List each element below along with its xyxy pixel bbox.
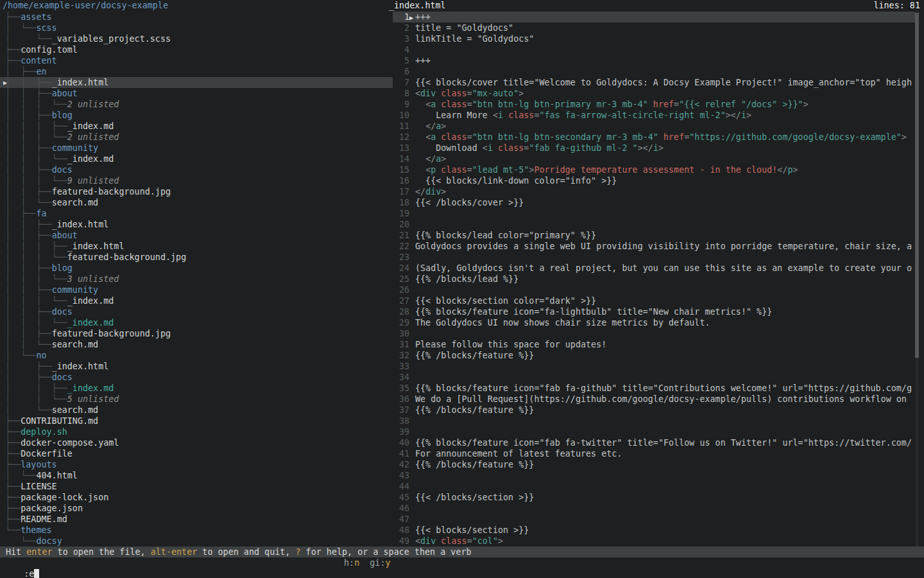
tree-row-file[interactable]: │ │ │ └──_index.md [0,153,393,164]
preview-code-line[interactable]: 5 +++ [393,55,915,66]
tree-row-directory[interactable]: │ └──no [0,350,393,361]
preview-code-line[interactable]: 8 <div class="mx-auto"> [393,88,915,99]
tree-row-directory[interactable]: │ ├──docs [0,372,393,383]
preview-code-line[interactable]: 32 {{% /blocks/feature %}} [393,350,915,361]
tree-row-directory[interactable]: ├──content [0,55,393,66]
preview-code-line[interactable]: 23 [393,252,915,263]
tree-row-file[interactable]: │ └──_variables_project.scss [0,33,393,44]
preview-code-line[interactable]: 19 [393,208,915,219]
tree-row-file[interactable]: │ │ ├──_index.html [0,219,393,230]
preview-code-line[interactable]: 38 [393,416,915,426]
preview-code-line[interactable]: 16 {{< blocks/link-down color="info" >}} [393,175,915,186]
tree-row-file[interactable]: ▶ │ │ ├──_index.html [0,77,393,88]
tree-row-directory[interactable]: └──docsy [0,536,393,547]
tree-row-file[interactable]: │ │ │ └──_index.md [0,317,393,328]
preview-code-line[interactable]: 29 The Goldydocs UI now shows chair size… [393,317,915,328]
preview-code-line[interactable]: 42 {{% /blocks/feature %}} [393,459,915,470]
tree-row-directory[interactable]: │ └──scss [0,22,393,33]
preview-code-line[interactable]: 6 [393,66,915,77]
tree-row-file[interactable]: │ │ │ ├──_index.md [0,121,393,132]
tree-row-file[interactable]: ├──LICENSE [0,481,393,492]
tree-row-file[interactable]: │ │ ├──featured-background.jpg [0,328,393,339]
command-input-line[interactable]: :e h:n gi:y [0,557,924,568]
preview-code-line[interactable]: 21 {{% blocks/lead color="primary" %}} [393,230,915,241]
preview-code-line[interactable]: 45 {{< /blocks/section >}} [393,492,915,503]
tree-row-directory[interactable]: │ ├──fa [0,208,393,219]
tree-row-file[interactable]: ├──config.toml [0,44,393,55]
preview-code-line[interactable]: 7 {{< blocks/cover title="Welcome to Gol… [393,77,915,88]
tree-row-directory[interactable]: │ │ ├──about [0,88,393,99]
preview-code-line[interactable]: 10 Learn More <i class="fas fa-arrow-alt… [393,110,915,121]
tree-row-file[interactable]: │ ├──_index.html [0,361,393,372]
tree-row-file[interactable]: ├──CONTRIBUTING.md [0,416,393,426]
tree-row-directory[interactable]: └──themes [0,525,393,536]
preview-code-line[interactable]: 30 [393,328,915,339]
tree-row-file[interactable]: ├──README.md [0,514,393,525]
preview-code-line[interactable]: 26 [393,285,915,295]
preview-scrollbar-thumb[interactable] [915,13,919,358]
tree-row-directory[interactable]: │ │ ├──about [0,230,393,241]
tree-row-file[interactable]: ├──docker-compose.yaml [0,437,393,448]
preview-code-line[interactable]: 40 {{% blocks/feature icon="fab fa-twitt… [393,437,915,448]
preview-code-line[interactable]: 28 {{% blocks/feature icon="fa-lightbulb… [393,306,915,317]
tree-row-directory[interactable]: │ │ ├──docs [0,306,393,317]
preview-code-line[interactable]: 27 {{< blocks/section color="dark" >}} [393,295,915,306]
preview-code-line[interactable]: 17 </div> [393,186,915,197]
tree-row-directory[interactable]: │ │ ├──community [0,143,393,153]
tree-row-file[interactable]: │ └──404.html [0,470,393,481]
preview-code-line[interactable]: 11 </a> [393,121,915,132]
tree-row-directory[interactable]: ├──layouts [0,459,393,470]
preview-code-line[interactable]: 9 <a class="btn btn-lg btn-primary mr-3 … [393,99,915,110]
preview-code-line[interactable]: 2 title = "Goldydocs" [393,22,915,33]
preview-code-line[interactable]: 18 {{< /blocks/cover >}} [393,197,915,208]
tree-row-directory[interactable]: │ │ ├──blog [0,110,393,121]
tree-row-file[interactable]: │ │ └──5 unlisted [0,394,393,405]
tree-row-file[interactable]: │ │ │ └──_index.md [0,295,393,306]
tree-row-directory[interactable]: │ ├──en [0,66,393,77]
tree-row-file[interactable]: │ │ │ └──featured-background.jpg [0,252,393,263]
preview-code-line[interactable]: 3 linkTitle = "Goldydocs" [393,33,915,44]
preview-code-line[interactable]: 22 Goldydocs provides a single web UI pr… [393,241,915,252]
preview-code-line[interactable]: 43 [393,470,915,481]
preview-code-line[interactable]: 20 [393,219,915,230]
preview-code-line[interactable]: 14 </a> [393,153,915,164]
preview-code-line[interactable]: 4 [393,44,915,55]
preview-code-line[interactable]: 49 <div class="col"> [393,536,915,547]
tree-row-file[interactable]: ├──package-lock.json [0,492,393,503]
tree-row-file[interactable]: ├──deploy.sh [0,426,393,437]
preview-code-line[interactable]: 48 {{< blocks/section >}} [393,525,915,536]
preview-code-line[interactable]: 24 (Sadly, Goldydocs isn't a real projec… [393,263,915,274]
tree-row-directory[interactable]: │ │ ├──docs [0,164,393,175]
tree-row-file[interactable]: │ │ └──search.md [0,197,393,208]
preview-code-line[interactable]: 13 Download <i class="fab fa-github ml-2… [393,143,915,153]
tree-row-file[interactable]: ├──Dockerfile [0,448,393,459]
preview-code-line[interactable]: 35 {{% blocks/feature icon="fab fa-githu… [393,383,915,394]
tree-row-file[interactable]: │ │ │ └──2 unlisted [0,132,393,143]
preview-code-line[interactable]: 12 <a class="btn btn-lg btn-secondary mr… [393,132,915,143]
tree-row-directory[interactable]: ├──assets [0,12,393,22]
tree-row-directory[interactable]: │ │ ├──community [0,285,393,295]
preview-code-line[interactable]: 36 We do a [Pull Request](https://github… [393,394,915,405]
preview-code-line[interactable]: 39 [393,426,915,437]
tree-row-file[interactable]: │ │ │ └──3 unlisted [0,274,393,285]
tree-row-directory[interactable]: │ │ ├──blog [0,263,393,274]
preview-code-line[interactable]: 1▶+++ [393,12,915,22]
tree-row-file[interactable]: │ │ ├──_index.md [0,383,393,394]
preview-code-line[interactable]: 25 {{% /blocks/lead %}} [393,274,915,285]
preview-scrollbar[interactable] [915,12,919,547]
preview-code-line[interactable]: 41 For announcement of latest features e… [393,448,915,459]
preview-code-line[interactable]: 15 <p class="lead mt-5">Porridge tempera… [393,164,915,175]
tree-row-file[interactable]: ├──package.json [0,503,393,514]
tree-row-file[interactable]: │ └──search.md [0,405,393,416]
tree-row-file[interactable]: │ │ ├──featured-background.jpg [0,186,393,197]
preview-code-line[interactable]: 31 Please follow this space for updates! [393,339,915,350]
preview-code-line[interactable]: 47 [393,514,915,525]
preview-code-line[interactable]: 44 [393,481,915,492]
tree-row-file[interactable]: │ │ │ ├──_index.html [0,241,393,252]
tree-row-file[interactable]: │ │ │ └──9 unlisted [0,175,393,186]
command-input-value[interactable]: :e [24,569,34,578]
tree-row-file[interactable]: │ │ │ └──2 unlisted [0,99,393,110]
preview-code-line[interactable]: 46 [393,503,915,514]
tree-row-file[interactable]: │ │ └──search.md [0,339,393,350]
preview-code-line[interactable]: 34 [393,372,915,383]
